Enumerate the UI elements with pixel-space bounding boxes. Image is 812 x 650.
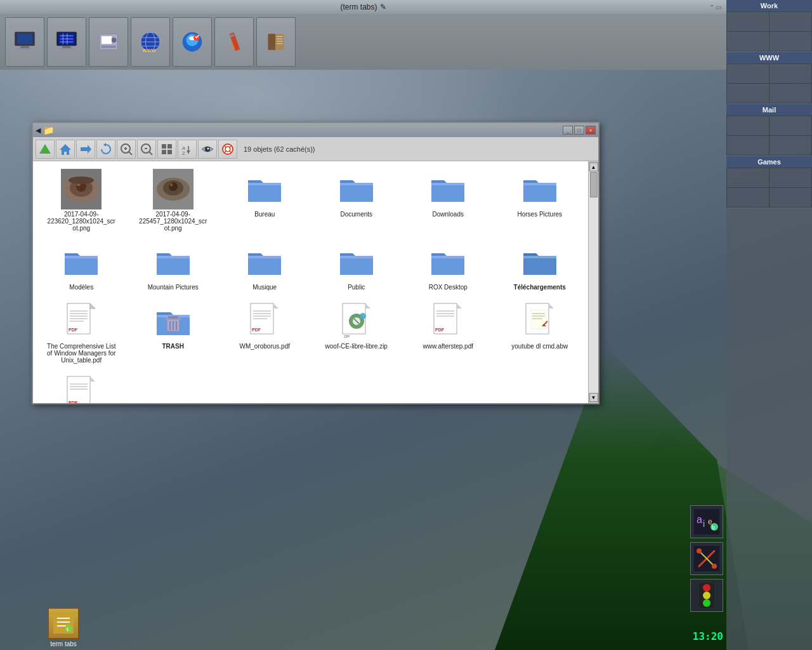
panel-cell[interactable] bbox=[727, 64, 769, 83]
list-item[interactable]: Public bbox=[313, 239, 400, 293]
toolbar-btn-monitor[interactable] bbox=[5, 17, 44, 67]
fm-zoom-out-btn[interactable] bbox=[137, 140, 156, 159]
file-label: youtube dl cmd.abw bbox=[511, 343, 568, 350]
monitor-icon bbox=[12, 29, 37, 55]
folder-icon bbox=[336, 169, 377, 209]
clock: 13:20 bbox=[693, 630, 723, 642]
panel-cell[interactable] bbox=[769, 168, 811, 187]
panel-label-games[interactable]: Games bbox=[726, 156, 812, 168]
svg-text:PDF: PDF bbox=[69, 328, 78, 332]
fm-sort-btn[interactable]: A Z bbox=[178, 140, 197, 159]
panel-grid-www bbox=[726, 63, 812, 103]
svg-point-56 bbox=[207, 147, 209, 149]
fm-refresh-btn[interactable] bbox=[96, 140, 115, 159]
fm-eye-btn[interactable] bbox=[198, 140, 217, 159]
panel-cell[interactable] bbox=[727, 116, 769, 135]
toolbar-btn-drive[interactable] bbox=[89, 17, 128, 67]
panel-label-mail[interactable]: Mail bbox=[726, 104, 812, 116]
list-item[interactable]: Musique bbox=[221, 239, 308, 293]
file-label: 2017-04-09-225457_1280x1024_scrot.png bbox=[138, 211, 208, 232]
fm-minimize-btn[interactable]: _ bbox=[563, 126, 573, 135]
file-label: Bureau bbox=[254, 211, 275, 218]
fm-up-btn[interactable] bbox=[36, 140, 55, 159]
title-edit-icon: ✎ bbox=[380, 3, 386, 11]
toolbar-btn-www[interactable]: WWW bbox=[131, 17, 170, 67]
pdf-icon: PDF bbox=[428, 301, 468, 342]
list-item[interactable]: PDF ZeroInstall.pdf bbox=[38, 371, 125, 403]
list-item[interactable]: Horses Pictures bbox=[497, 166, 584, 234]
panel-cell[interactable] bbox=[727, 32, 769, 51]
fm-close-btn[interactable]: × bbox=[586, 126, 596, 135]
svg-rect-117 bbox=[67, 376, 90, 403]
fm-left-arrow: ◀ bbox=[36, 126, 41, 135]
taskbar-app-icon[interactable]: t bbox=[48, 607, 79, 639]
pdf-icon: PDF bbox=[61, 301, 102, 342]
svg-rect-14 bbox=[102, 36, 112, 44]
panel-section-mail: Mail bbox=[726, 104, 812, 156]
file-icon bbox=[153, 169, 193, 209]
fm-view-btn[interactable] bbox=[157, 140, 176, 159]
panel-cell[interactable] bbox=[769, 188, 811, 207]
file-label: TRASH bbox=[162, 343, 184, 350]
fm-forward-btn[interactable] bbox=[76, 140, 95, 159]
panel-cell[interactable] bbox=[769, 32, 811, 51]
panel-label-www[interactable]: WWW bbox=[726, 52, 812, 63]
panel-cell[interactable] bbox=[727, 12, 769, 31]
list-item[interactable]: 2017-04-09-225457_1280x1024_scrot.png bbox=[130, 166, 217, 234]
svg-marker-110 bbox=[549, 303, 554, 308]
svg-point-72 bbox=[169, 182, 178, 191]
list-item[interactable]: PDF WM_oroborus.pdf bbox=[221, 298, 308, 366]
scroll-up-btn[interactable]: ▲ bbox=[589, 162, 598, 171]
trash-icon bbox=[153, 301, 193, 342]
traffic-light-icon[interactable] bbox=[690, 579, 723, 612]
panel-cell[interactable] bbox=[769, 116, 811, 135]
svg-text:i: i bbox=[703, 519, 705, 529]
panel-section-work: Work bbox=[726, 0, 812, 52]
list-item[interactable]: youtube dl cmd.abw bbox=[497, 298, 584, 366]
panel-label-work[interactable]: Work bbox=[726, 0, 812, 11]
list-item[interactable]: Bureau bbox=[221, 166, 308, 234]
panel-cell[interactable] bbox=[727, 168, 769, 187]
list-item[interactable]: 2017-04-09-223620_1280x1024_scrot.png bbox=[38, 166, 125, 234]
list-item[interactable]: Mountain Pictures bbox=[130, 239, 217, 293]
panel-cell[interactable] bbox=[727, 84, 769, 103]
svg-point-142 bbox=[703, 592, 710, 599]
scroll-thumb[interactable] bbox=[590, 172, 598, 197]
list-item[interactable]: PDF The Comprehensive List of Window Man… bbox=[38, 298, 125, 366]
fm-maximize-btn[interactable]: □ bbox=[574, 126, 584, 135]
svg-marker-37 bbox=[60, 144, 71, 155]
toolbar-btn-blueprint[interactable] bbox=[47, 17, 86, 67]
panel-cell[interactable] bbox=[769, 12, 811, 31]
svg-rect-47 bbox=[162, 144, 166, 149]
panel-cell[interactable] bbox=[769, 136, 811, 155]
svg-rect-2 bbox=[20, 46, 29, 48]
toolbar-btn-book[interactable] bbox=[256, 17, 296, 67]
fm-zoom-in-btn[interactable] bbox=[117, 140, 136, 159]
panel-cell[interactable] bbox=[769, 84, 811, 103]
list-item[interactable]: PDF www.afterstep.pdf bbox=[405, 298, 492, 366]
fm-home-btn[interactable] bbox=[56, 140, 75, 159]
panel-section-www: WWW bbox=[726, 52, 812, 104]
svg-marker-39 bbox=[103, 143, 106, 147]
scroll-down-btn[interactable]: ▼ bbox=[589, 393, 598, 402]
fm-scrollbar[interactable]: ▲ ▼ bbox=[588, 161, 598, 403]
list-item[interactable]: TRASH bbox=[130, 298, 217, 366]
pdf-icon: PDF bbox=[244, 301, 285, 342]
svg-point-141 bbox=[703, 584, 710, 592]
list-item[interactable]: Documents bbox=[313, 166, 400, 234]
file-manager-window: ◀ 📁 _ □ × bbox=[32, 122, 599, 404]
panel-cell[interactable] bbox=[727, 136, 769, 155]
list-item[interactable]: ZIP woof-CE-libre-libre.zip bbox=[313, 298, 400, 366]
list-item[interactable]: Downloads bbox=[405, 166, 492, 234]
toolbar-btn-mail[interactable] bbox=[173, 17, 212, 67]
panel-cell[interactable] bbox=[727, 188, 769, 207]
art-icon[interactable]: a i e b bbox=[690, 505, 723, 538]
list-item[interactable]: ROX Desktop bbox=[405, 239, 492, 293]
tools-icon[interactable] bbox=[690, 542, 723, 575]
list-item[interactable]: Téléchargements bbox=[497, 239, 584, 293]
panel-cell[interactable] bbox=[769, 64, 811, 83]
list-item[interactable]: Modèles bbox=[38, 239, 125, 293]
fm-content[interactable]: 2017-04-09-223620_1280x1024_scrot.png bbox=[33, 161, 588, 403]
toolbar-btn-editor[interactable] bbox=[214, 17, 254, 67]
fm-help-btn[interactable] bbox=[218, 140, 237, 159]
